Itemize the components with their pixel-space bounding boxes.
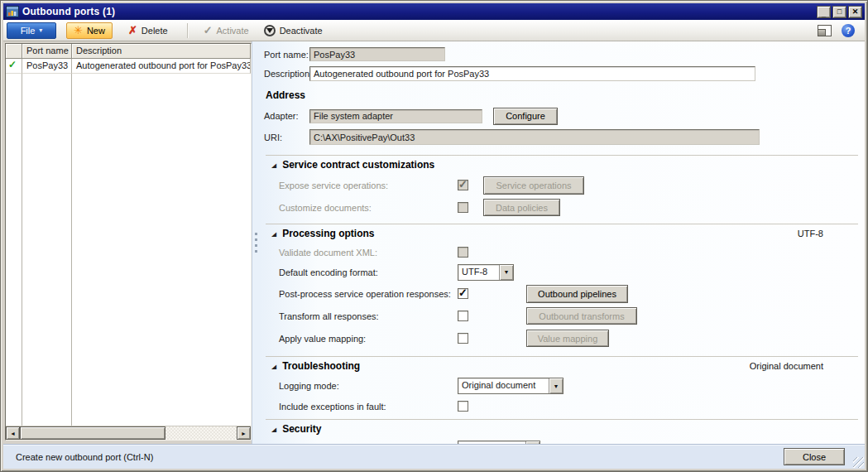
outbound-ports-window: Outbound ports (1) _ □ ✕ File ▾ ✳ New ✗ …: [0, 0, 868, 472]
uri-field: C:\AX\PositivePay\Out33: [309, 129, 760, 145]
combo-arrow-icon[interactable]: ▼: [499, 265, 513, 280]
encoding-format-select[interactable]: UTF-8 ▼: [458, 264, 514, 281]
column-header-status[interactable]: [6, 44, 22, 59]
toolbar: File ▾ ✳ New ✗ Delete ✓ Activate Deactiv…: [3, 20, 865, 41]
help-icon[interactable]: ?: [842, 24, 855, 37]
logging-mode-label: Logging mode:: [279, 381, 458, 391]
expander-icon: ◢: [271, 161, 276, 168]
status-message: Create new outbound port (Ctrl-N): [16, 452, 153, 462]
toolbar-separator: [187, 23, 188, 38]
scroll-left-icon[interactable]: ◄: [6, 426, 20, 440]
post-process-checkbox[interactable]: [458, 288, 468, 299]
service-operations-button: Service operations: [483, 176, 584, 195]
delete-button-label: Delete: [141, 26, 168, 36]
app-icon: [6, 6, 19, 17]
ports-list-panel: Port name Description ✓ PosPay33 Autogen…: [3, 41, 252, 444]
section-security: ◢ Security Restrict to company: ▼: [266, 419, 858, 444]
grid-header: Port name Description: [6, 44, 251, 59]
combo-arrow-icon[interactable]: ▼: [549, 378, 563, 393]
transform-all-responses-checkbox[interactable]: [458, 311, 468, 321]
address-header: Address: [266, 89, 861, 101]
close-window-button[interactable]: ✕: [848, 6, 862, 18]
section-service-header[interactable]: ◢ Service contract customizations: [266, 156, 858, 174]
port-name-field: PosPay33: [309, 47, 445, 61]
port-name-label: Port name:: [264, 50, 309, 60]
section-processing-header[interactable]: ◢ Processing options UTF-8: [266, 224, 858, 243]
scroll-right-icon[interactable]: ►: [237, 426, 251, 440]
deactivate-button-label: Deactivate: [280, 26, 323, 36]
section-summary-value: Original document: [750, 361, 823, 371]
window-title: Outbound ports (1): [22, 6, 115, 17]
default-encoding-format-label: Default encoding format:: [279, 267, 458, 277]
resize-grip-icon[interactable]: [853, 457, 864, 468]
close-button[interactable]: Close: [784, 448, 845, 465]
transform-all-responses-label: Transform all responses:: [279, 311, 458, 321]
apply-value-mapping-label: Apply value mapping:: [279, 334, 458, 344]
include-exceptions-label: Include exceptions in fault:: [279, 402, 458, 412]
section-processing-options: ◢ Processing options UTF-8 Validate docu…: [266, 224, 858, 356]
delete-button[interactable]: ✗ Delete: [121, 22, 175, 39]
post-process-label: Post-process service operation responses…: [279, 289, 458, 299]
expose-service-operations-checkbox: [458, 180, 468, 190]
status-bar: Create new outbound port (Ctrl-N) Close: [3, 444, 865, 469]
customize-documents-checkbox: [458, 202, 468, 213]
main-area: Port name Description ✓ PosPay33 Autogen…: [3, 41, 865, 444]
port-details-panel: Port name: PosPay33 Description: Autogen…: [260, 41, 865, 444]
scrollbar-track[interactable]: [165, 426, 237, 440]
deactivate-button[interactable]: Deactivate: [257, 22, 330, 39]
section-title: Troubleshooting: [282, 360, 360, 372]
adapter-label: Adapter:: [264, 111, 309, 121]
description-field[interactable]: Autogenerated outbound port for PosPay33: [309, 66, 755, 81]
apply-value-mapping-checkbox[interactable]: [458, 333, 468, 344]
file-menu-button[interactable]: File ▾: [7, 22, 56, 39]
include-exceptions-checkbox[interactable]: [458, 401, 468, 412]
minimize-button[interactable]: _: [817, 6, 831, 18]
maximize-button[interactable]: □: [832, 6, 846, 18]
outbound-pipelines-button[interactable]: Outbound pipelines: [526, 285, 628, 303]
description-label: Description:: [264, 69, 309, 79]
expander-icon: ◢: [271, 426, 276, 432]
activate-button: ✓ Activate: [196, 22, 257, 39]
panel-splitter[interactable]: [252, 41, 260, 444]
title-bar: Outbound ports (1) _ □ ✕: [3, 3, 865, 20]
validate-document-xml-label: Validate document XML:: [279, 248, 458, 258]
section-title: Processing options: [282, 228, 374, 239]
data-policies-button: Data policies: [483, 199, 560, 216]
section-title: Service contract customizations: [282, 159, 434, 171]
configure-button[interactable]: Configure: [493, 108, 558, 125]
outbound-transforms-button: Outbound transforms: [526, 307, 637, 325]
table-row[interactable]: ✓ PosPay33 Autogenerated outbound port f…: [6, 59, 251, 74]
scrollbar-thumb[interactable]: [20, 426, 165, 440]
row-active-check-icon: ✓: [6, 59, 22, 74]
chevron-down-icon: ▾: [39, 26, 42, 34]
ports-grid: Port name Description ✓ PosPay33 Autogen…: [5, 43, 252, 441]
window-controls: _ □ ✕: [817, 6, 862, 18]
section-security-header[interactable]: ◢ Security: [266, 420, 858, 438]
horizontal-scrollbar[interactable]: ◄ ►: [6, 426, 251, 440]
delete-x-icon: ✗: [128, 25, 137, 36]
new-button[interactable]: ✳ New: [66, 22, 113, 39]
column-header-port-name[interactable]: Port name: [22, 44, 72, 59]
adapter-field: File system adapter: [309, 109, 482, 123]
expander-icon: ◢: [271, 230, 276, 237]
customize-documents-label: Customize documents:: [279, 203, 458, 213]
expose-service-operations-label: Expose service operations:: [279, 181, 458, 190]
column-header-description[interactable]: Description: [72, 44, 251, 59]
validate-document-xml-checkbox: [458, 247, 468, 258]
grid-empty-area: [6, 74, 251, 426]
layout-pane-icon[interactable]: [818, 25, 832, 36]
file-menu-label: File: [21, 26, 36, 36]
row-description: Autogenerated outbound port for PosPay33: [72, 59, 251, 74]
new-star-icon: ✳: [74, 25, 83, 36]
expander-icon: ◢: [271, 363, 276, 369]
deactivate-circle-icon: [264, 25, 276, 36]
section-summary-value: UTF-8: [798, 229, 823, 238]
section-troubleshooting-header[interactable]: ◢ Troubleshooting Original document: [266, 357, 858, 375]
logging-mode-select[interactable]: Original document ▼: [458, 378, 563, 394]
encoding-format-value: UTF-8: [458, 265, 499, 280]
new-button-label: New: [87, 26, 105, 36]
logging-mode-value: Original document: [458, 378, 549, 393]
activate-button-label: Activate: [217, 26, 249, 36]
section-troubleshooting: ◢ Troubleshooting Original document Logg…: [266, 356, 858, 419]
section-service-contract: ◢ Service contract customizations Expose…: [266, 155, 858, 224]
